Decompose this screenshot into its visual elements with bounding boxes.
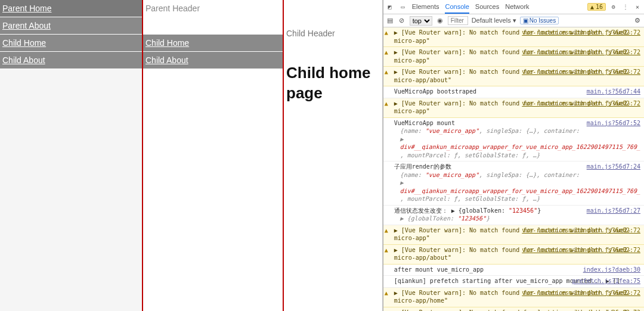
source-link[interactable]: vue-router.esm-bundler.js?6c02:72 bbox=[522, 246, 640, 254]
console-text: 子应用render的参数 bbox=[394, 163, 451, 170]
parent-header: Parent Header bbox=[143, 0, 283, 17]
source-link[interactable]: vue-router.esm-bundler.js?6c02:72 bbox=[522, 309, 640, 312]
tab-network[interactable]: Network bbox=[505, 1, 529, 14]
warn-count-badge[interactable]: ▲ 16 bbox=[587, 3, 606, 11]
source-link[interactable]: index.js?daeb:30 bbox=[583, 266, 640, 274]
warn-icon: ▲ bbox=[385, 246, 388, 254]
console-row[interactable]: ▲▶ [Vue Router warn]: No match found for… bbox=[383, 307, 644, 312]
console-subline: ▶ {globalToken: "123456"} bbox=[394, 214, 640, 223]
console-subline: ▶ div#__qiankun_microapp_wrapper_for_vue… bbox=[394, 179, 640, 195]
app-panel: Parent Home Parent About Child Home Chil… bbox=[0, 0, 383, 311]
console-subline: ▶ div#__qiankun_microapp_wrapper_for_vue… bbox=[394, 135, 640, 151]
tab-elements[interactable]: Elements bbox=[412, 1, 439, 14]
source-link[interactable]: vue-router.esm-bundler.js?6c02:72 bbox=[522, 29, 640, 37]
tab-console[interactable]: Console bbox=[445, 1, 469, 14]
console-output[interactable]: ▲▶ [Vue Router warn]: No match found for… bbox=[383, 27, 644, 311]
warn-icon: ▲ bbox=[385, 48, 388, 57]
source-link[interactable]: main.js?56d7:52 bbox=[587, 119, 640, 127]
devtools-topbar: ◩ ▭ Elements Console Sources Network ▲ 1… bbox=[383, 0, 644, 14]
tab-sources[interactable]: Sources bbox=[475, 1, 499, 14]
settings-icon[interactable]: ⚙ bbox=[609, 3, 618, 11]
warn-icon: ▲ bbox=[385, 29, 388, 37]
no-issues-label: No Issues bbox=[530, 17, 556, 24]
source-link[interactable]: main.js?56d7:44 bbox=[587, 88, 640, 96]
console-row[interactable]: ▲▶ [Vue Router warn]: No match found for… bbox=[383, 245, 644, 265]
source-link[interactable]: vue-router.esm-bundler.js?6c02:72 bbox=[522, 68, 640, 76]
console-subline: , mountParcel: ƒ, setGlobalState: ƒ, …} bbox=[394, 151, 640, 160]
parent-app-column: Parent Header Child Home Child About bbox=[142, 0, 284, 311]
warn-icon: ▲ bbox=[385, 99, 388, 108]
nav-child-home[interactable]: Child Home bbox=[0, 35, 142, 52]
context-select[interactable]: top bbox=[410, 16, 432, 26]
no-issues-badge[interactable]: ▣ No Issues bbox=[520, 17, 559, 24]
console-row[interactable]: ▲▶ [Vue Router warn]: No match found for… bbox=[383, 98, 644, 118]
nav-child-about[interactable]: Child About bbox=[0, 52, 142, 69]
child-nav-about[interactable]: Child About bbox=[143, 52, 283, 69]
device-icon[interactable]: ▭ bbox=[399, 3, 407, 11]
console-row[interactable]: ▲▶ [Vue Router warn]: No match found for… bbox=[383, 47, 644, 67]
source-link[interactable]: vue-router.esm-bundler.js?6c02:72 bbox=[522, 226, 640, 235]
nav-parent-home[interactable]: Parent Home bbox=[0, 0, 142, 17]
inspect-icon[interactable]: ◩ bbox=[386, 3, 394, 11]
child-page-content: Child home page bbox=[284, 41, 382, 104]
console-subline: , mountParcel: ƒ, setGlobalState: ƒ, …} bbox=[394, 195, 640, 203]
source-link[interactable]: vue-router.esm-bundler.js?6c02:72 bbox=[522, 289, 640, 297]
warn-icon: ▲ bbox=[385, 68, 388, 76]
devtools-panel: ◩ ▭ Elements Console Sources Network ▲ 1… bbox=[383, 0, 644, 311]
console-row[interactable]: 子应用render的参数 {name: "vue_micro_app", sin… bbox=[383, 161, 644, 206]
console-settings-icon[interactable]: ⚙ bbox=[633, 17, 642, 25]
warn-icon: ▲ bbox=[385, 309, 388, 312]
console-subline: {name: "vue_micro_app", singleSpa: {…}, … bbox=[394, 171, 640, 179]
sidebar-toggle-icon[interactable]: ▤ bbox=[386, 17, 394, 25]
log-levels[interactable]: Default levels ▾ bbox=[472, 17, 516, 24]
console-row[interactable]: after mount vue_micro_appindex.js?daeb:3… bbox=[383, 265, 644, 276]
source-link[interactable]: vue-router.esm-bundler.js?6c02:72 bbox=[522, 99, 640, 108]
console-text: 通信状态发生改变： ▶ {globalToken: "123456"} bbox=[394, 207, 541, 214]
warn-icon: ▲ bbox=[385, 226, 388, 235]
console-row[interactable]: VueMicroApp mount {name: "vue_micro_app"… bbox=[383, 118, 644, 162]
console-text: after mount vue_micro_app bbox=[394, 266, 484, 273]
console-subline: {name: "vue_micro_app", singleSpa: {…}, … bbox=[394, 127, 640, 135]
source-link[interactable]: vue-router.esm-bundler.js?6c02:72 bbox=[522, 48, 640, 57]
warn-icon: ▲ bbox=[385, 289, 388, 297]
console-row[interactable]: 通信状态发生改变： ▶ {globalToken: "123456"}▶ {gl… bbox=[383, 206, 644, 225]
console-text: VueMicroApp mount bbox=[394, 120, 455, 126]
more-icon[interactable]: ⋮ bbox=[621, 3, 630, 11]
filter-input[interactable] bbox=[448, 16, 468, 25]
warn-count: 16 bbox=[596, 4, 603, 10]
source-link[interactable]: main.js?56d7:24 bbox=[587, 163, 640, 171]
source-link[interactable]: main.js?56d7:27 bbox=[587, 207, 640, 215]
console-text: VueMicroApp bootstraped bbox=[394, 88, 476, 95]
console-row[interactable]: ▲▶ [Vue Router warn]: No match found for… bbox=[383, 288, 644, 307]
clear-console-icon[interactable]: ⊘ bbox=[398, 17, 406, 25]
source-link[interactable]: prefetch.js?1fea:75 bbox=[572, 277, 640, 285]
child-header: Child Header bbox=[284, 26, 382, 41]
devtools-tabs: Elements Console Sources Network bbox=[412, 1, 530, 14]
eye-icon[interactable]: ◉ bbox=[436, 17, 444, 25]
close-icon[interactable]: ✕ bbox=[633, 3, 642, 11]
nav-parent-about[interactable]: Parent About bbox=[0, 17, 142, 35]
child-nav-home[interactable]: Child Home bbox=[143, 35, 283, 52]
console-row[interactable]: VueMicroApp bootstrapedmain.js?56d7:44 bbox=[383, 86, 644, 98]
child-app-column: Child Header Child home page bbox=[284, 0, 382, 311]
console-toolbar: ▤ ⊘ top ◉ Default levels ▾ ▣ No Issues ⚙ bbox=[383, 14, 644, 27]
console-row[interactable]: ▲▶ [Vue Router warn]: No match found for… bbox=[383, 67, 644, 86]
console-row[interactable]: [qiankun] prefetch starting after vue_mi… bbox=[383, 276, 644, 288]
console-row[interactable]: ▲▶ [Vue Router warn]: No match found for… bbox=[383, 27, 644, 47]
console-row[interactable]: ▲▶ [Vue Router warn]: No match found for… bbox=[383, 225, 644, 245]
parent-sidebar: Parent Home Parent About Child Home Chil… bbox=[0, 0, 142, 311]
